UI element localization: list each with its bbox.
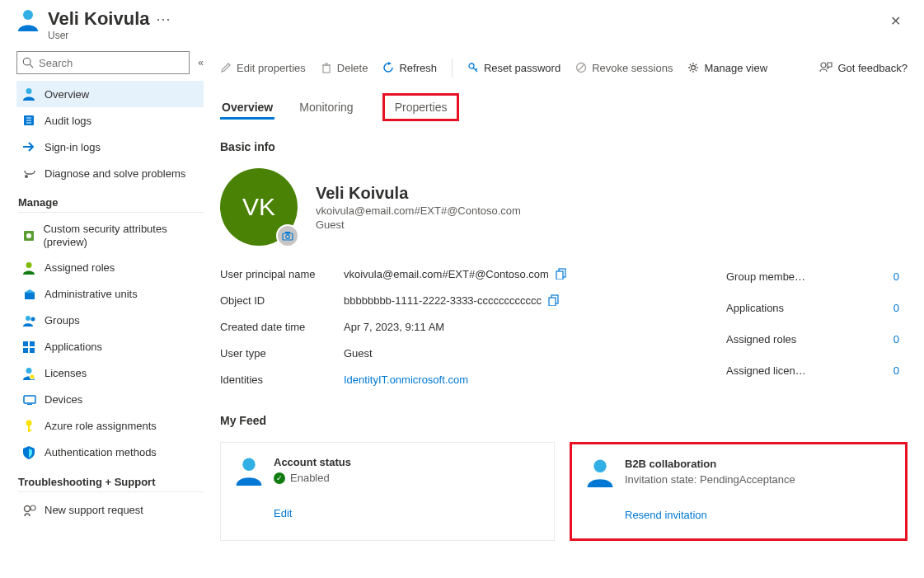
tab-bar: Overview Monitoring Properties (220, 96, 908, 119)
copy-oid-button[interactable] (548, 294, 560, 306)
sidebar-label: Diagnose and solve problems (45, 167, 185, 180)
svg-point-38 (692, 66, 696, 70)
svg-rect-46 (549, 298, 556, 306)
avatar: VK (220, 168, 298, 246)
sidebar-item-groups[interactable]: Groups (16, 308, 204, 334)
csa-icon (23, 230, 35, 242)
sidebar-item-overview[interactable]: Overview (16, 81, 204, 107)
oid-label: Object ID (220, 294, 344, 307)
more-actions-icon[interactable]: ··· (157, 11, 171, 28)
sidebar-item-azure-roles[interactable]: Azure role assignments (16, 413, 204, 439)
sidebar-item-licenses[interactable]: Licenses (16, 360, 204, 387)
apps-stat-value[interactable]: 0 (894, 302, 908, 314)
profile-type: Guest (316, 219, 521, 231)
svg-point-15 (26, 316, 30, 321)
signin-icon (23, 141, 36, 153)
sidebar-label: Licenses (45, 367, 87, 379)
delete-button[interactable]: Delete (321, 62, 368, 74)
sidebar-item-admin-units[interactable]: Administrative units (16, 281, 204, 308)
sidebar-label: New support request (45, 504, 143, 516)
reset-password-button[interactable]: Reset password (467, 62, 560, 74)
trash-icon (321, 62, 332, 73)
profile-name: Veli Koivula (316, 184, 521, 203)
sidebar-item-audit-logs[interactable]: Audit logs (16, 107, 204, 134)
gear-icon (687, 62, 699, 73)
devices-icon (23, 395, 36, 405)
svg-marker-14 (24, 289, 35, 293)
usertype-value: Guest (344, 347, 373, 359)
roles-stat-value[interactable]: 0 (894, 333, 908, 345)
user-icon (587, 458, 613, 487)
basic-info-heading: Basic info (220, 140, 908, 153)
edit-properties-button[interactable]: Edit properties (220, 62, 306, 74)
profile-block: VK Veli Koivula vkoivula@email.com#EXT#@… (220, 168, 908, 246)
sidebar-item-support-request[interactable]: New support request (16, 497, 204, 524)
feedback-icon (819, 62, 833, 73)
svg-line-37 (578, 64, 584, 71)
svg-point-16 (31, 317, 35, 321)
profile-upn: vkoivula@email.com#EXT#@Contoso.com (316, 204, 521, 217)
sidebar-label: Overview (45, 88, 89, 101)
sidebar-item-signin-logs[interactable]: Sign-in logs (16, 134, 204, 160)
copy-upn-button[interactable] (556, 268, 567, 280)
collapse-sidebar-icon[interactable]: « (198, 57, 204, 68)
sidebar-item-csa[interactable]: Custom security attributes (preview) (16, 218, 204, 255)
identities-value[interactable]: IdentityIT.onmicrosoft.com (344, 374, 468, 386)
tab-overview[interactable]: Overview (220, 96, 274, 119)
oid-value: bbbbbbbb-1111-2222-3333-cccccccccccc (344, 294, 542, 307)
support-icon (23, 505, 36, 516)
admin-icon (23, 289, 36, 300)
sidebar-item-applications[interactable]: Applications (16, 334, 204, 360)
camera-badge[interactable] (276, 224, 299, 247)
sidebar-label: Sign-in logs (45, 141, 101, 153)
tab-monitoring[interactable]: Monitoring (298, 96, 354, 119)
svg-point-28 (25, 505, 30, 511)
revoke-sessions-button[interactable]: Revoke sessions (575, 62, 673, 74)
svg-point-25 (26, 420, 32, 425)
sidebar-label: Administrative units (45, 288, 138, 300)
check-icon: ✓ (274, 472, 285, 484)
sidebar-label: Groups (45, 314, 80, 327)
shield-icon (23, 446, 36, 459)
refresh-button[interactable]: Refresh (382, 62, 437, 74)
page-subtitle: User (48, 30, 884, 41)
key-icon (23, 420, 36, 433)
svg-point-1 (23, 58, 30, 65)
sidebar-label: Audit logs (45, 115, 91, 127)
close-button[interactable]: ✕ (884, 8, 908, 34)
svg-rect-20 (30, 348, 35, 353)
svg-rect-42 (285, 232, 290, 233)
sidebar-item-devices[interactable]: Devices (16, 387, 204, 413)
sidebar-item-assigned-roles[interactable]: Assigned roles (16, 255, 204, 281)
sidebar-section-manage: Manage (18, 196, 204, 213)
header-bar: Veli Koivula ··· User ✕ (0, 0, 924, 45)
sidebar-label: Assigned roles (45, 261, 115, 274)
groups-stat-value[interactable]: 0 (894, 270, 908, 283)
sidebar-item-diagnose[interactable]: Diagnose and solve problems (16, 160, 204, 186)
search-input[interactable] (39, 57, 184, 69)
toolbar-divider (452, 59, 453, 77)
card-account-status: Account status ✓ Enabled Edit (220, 442, 555, 541)
sidebar: « Overview Audit logs Sign-in logs Diagn… (0, 45, 210, 578)
user-small-icon (23, 87, 36, 101)
feed-cards: Account status ✓ Enabled Edit B2B c (220, 442, 908, 541)
sidebar-item-auth-methods[interactable]: Authentication methods (16, 439, 204, 466)
info-grid: User principal name vkoivula@email.com#E… (220, 261, 908, 392)
sidebar-label: Custom security attributes (preview) (43, 223, 197, 250)
feedback-button[interactable]: Got feedback? (819, 62, 908, 74)
manage-view-button[interactable]: Manage view (687, 62, 767, 74)
groups-stat-label: Group membe… (726, 270, 805, 283)
svg-rect-44 (556, 271, 563, 280)
licenses-stat-value[interactable]: 0 (894, 364, 908, 377)
card-resend-link[interactable]: Resend invitation (625, 509, 890, 521)
sidebar-label: Applications (45, 341, 102, 353)
svg-point-0 (23, 10, 33, 20)
tab-properties[interactable]: Properties (382, 93, 460, 121)
groups-icon (23, 315, 36, 327)
search-input-wrap[interactable] (16, 51, 190, 74)
card-edit-link[interactable]: Edit (274, 507, 539, 519)
licenses-stat-label: Assigned licen… (726, 364, 806, 377)
svg-rect-23 (24, 396, 35, 403)
svg-rect-18 (30, 341, 35, 346)
card-b2b: B2B collaboration Invitation state: Pend… (570, 442, 908, 541)
